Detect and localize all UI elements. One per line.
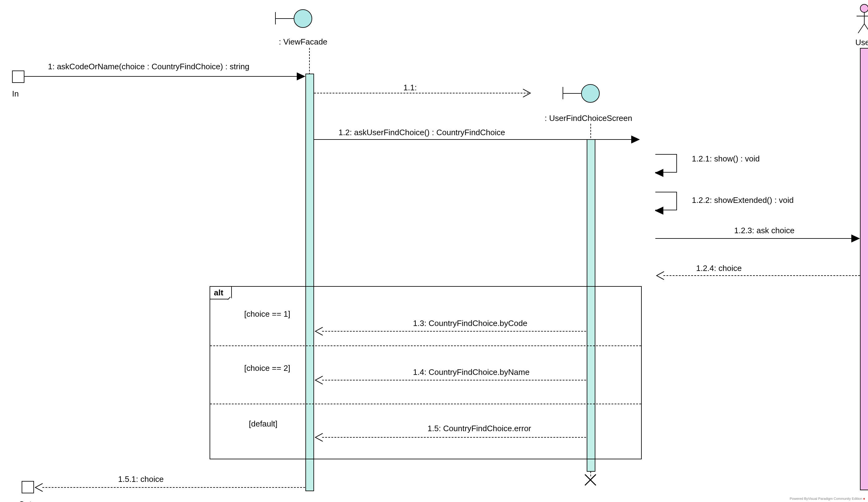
in-gate	[12, 71, 24, 83]
msg1-2-2-label: 1.2.2: showExtended() : void	[692, 195, 794, 205]
watermark: Powered ByVisual Paradigm Community Edit…	[790, 497, 865, 501]
msg1-2-label: 1.2: askUserFindChoice() : CountryFindCh…	[339, 128, 505, 137]
svg-line-3	[858, 24, 864, 33]
msg1-2-arrow	[314, 139, 639, 140]
msg1-5-label: 1.5: CountryFindChoice.error	[427, 424, 531, 433]
svg-line-4	[864, 24, 868, 33]
msg1-label: 1: askCodeOrName(choice : CountryFindCho…	[48, 62, 249, 71]
msg1-2-4-arrowhead-icon	[655, 271, 664, 280]
msg1-3-label: 1.3: CountryFindChoice.byCode	[413, 319, 527, 328]
watermark-text: Powered ByVisual Paradigm Community Edit…	[790, 497, 862, 501]
msg1-2-4-arrow	[663, 275, 860, 276]
viewfacade-label: : ViewFacade	[279, 37, 327, 47]
msg1-3-arrowhead-icon	[314, 327, 323, 336]
msg1-1-label: 1.1:	[403, 83, 417, 92]
userfindchoice-label: : UserFindChoiceScreen	[545, 113, 632, 123]
msg1-2-1-arrowhead-icon	[655, 169, 663, 177]
msg1-2-4-label: 1.2.4: choice	[696, 264, 742, 273]
msg1-5-1-label: 1.5.1: choice	[118, 474, 164, 484]
user-actor-icon	[855, 4, 868, 37]
user-label: User	[855, 38, 868, 47]
msg1-4-arrow	[322, 380, 586, 380]
userfindchoice-destroy-icon	[583, 472, 598, 487]
msg1-arrowhead-icon	[297, 72, 306, 80]
alt-label-text: alt	[214, 288, 223, 297]
msg1-2-2-arrowhead-icon	[655, 207, 663, 215]
msg1-2-3-arrow	[655, 238, 859, 239]
out-gate	[22, 481, 34, 493]
viewfacade-lifeline-head	[275, 9, 312, 28]
svg-point-0	[860, 4, 868, 12]
msg1-5-arrow	[322, 437, 586, 438]
guard-2: [choice == 2]	[244, 363, 290, 373]
msg1-4-label: 1.4: CountryFindChoice.byName	[413, 367, 529, 377]
msg1-1-arrowhead-icon	[523, 89, 532, 98]
guard-3: [default]	[249, 419, 278, 429]
msg1-5-1-arrowhead-icon	[34, 483, 43, 492]
guard-1: [choice == 1]	[244, 309, 290, 319]
msg1-4-arrowhead-icon	[314, 376, 323, 385]
msg1-1-arrow	[314, 93, 529, 93]
userfindchoice-lifeline-head	[562, 84, 600, 103]
user-activation	[860, 48, 868, 490]
alt-divider-2	[210, 404, 641, 404]
watermark-icon: ♦	[863, 497, 865, 501]
msg1-2-arrowhead-icon	[631, 135, 640, 144]
msg1-2-3-label: 1.2.3: ask choice	[734, 226, 794, 235]
msg1-3-arrow	[322, 331, 586, 331]
alt-divider-1	[210, 346, 641, 346]
out-gate-label: Out	[19, 500, 32, 502]
in-gate-label: In	[12, 89, 19, 99]
msg1-arrow	[24, 76, 303, 77]
alt-frame-label: alt	[210, 287, 232, 299]
msg1-5-1-arrow	[42, 487, 305, 488]
msg1-2-1-label: 1.2.1: show() : void	[692, 154, 760, 164]
msg1-5-arrowhead-icon	[314, 433, 323, 442]
msg1-2-3-arrowhead-icon	[851, 234, 860, 243]
